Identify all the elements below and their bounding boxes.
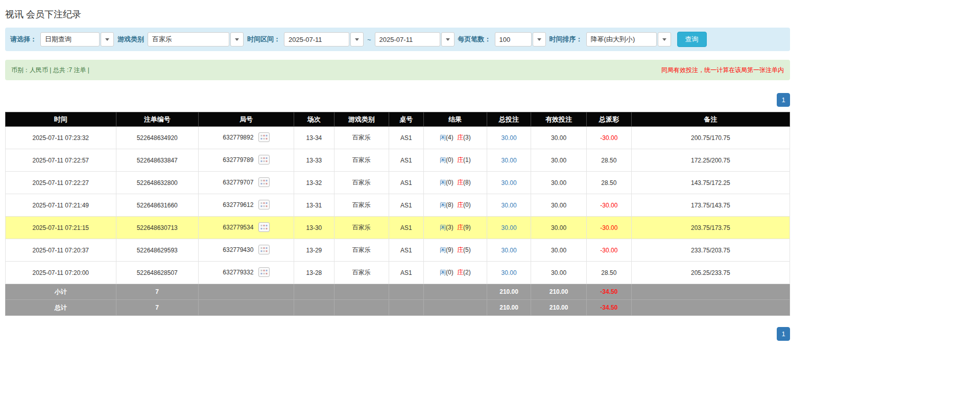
result-player: 闲 [440, 179, 446, 186]
roadmap-icon[interactable] [258, 177, 270, 189]
cell-remark: 200.75/170.75 [631, 127, 790, 149]
total-count: 7 [116, 300, 198, 316]
cell-bet-id: 522648628507 [116, 262, 198, 284]
subtotal-valid-bet: 210.00 [531, 284, 587, 300]
round-id-text: 632779892 [223, 134, 253, 141]
cell-valid-bet: 30.00 [531, 217, 587, 239]
cell-remark: 143.75/172.25 [631, 172, 790, 194]
cell-game-type: 百家乐 [334, 149, 389, 172]
cell-valid-bet: 30.00 [531, 149, 587, 172]
result-player-score: (0) [446, 179, 453, 186]
date-to-combo [375, 32, 455, 46]
cell-time: 2025-07-11 07:23:32 [6, 127, 116, 149]
chevron-down-icon [537, 38, 541, 41]
page-size-dropdown-button[interactable] [533, 32, 546, 46]
date-from-dropdown-button[interactable] [350, 32, 364, 46]
cell-valid-bet: 30.00 [531, 239, 587, 262]
date-from-input[interactable] [284, 32, 349, 46]
result-player: 闲 [440, 224, 446, 231]
cell-payout: -30.00 [587, 127, 632, 149]
cell-total-bet[interactable]: 30.00 [487, 127, 531, 149]
total-valid-bet: 210.00 [531, 300, 587, 316]
game-type-dropdown-button[interactable] [230, 32, 244, 46]
cell-total-bet[interactable]: 30.00 [487, 172, 531, 194]
result-player-score: (4) [446, 134, 453, 141]
result-banker: 庄 [457, 179, 463, 186]
subtotal-label: 小计 [6, 284, 116, 300]
cell-table-no: AS1 [389, 149, 424, 172]
cell-session: 13-31 [294, 194, 334, 217]
cell-time: 2025-07-11 07:20:37 [6, 239, 116, 262]
cell-time: 2025-07-11 07:21:49 [6, 194, 116, 217]
subtotal-payout: -34.50 [587, 284, 632, 300]
cell-total-bet[interactable]: 30.00 [487, 217, 531, 239]
roadmap-icon[interactable] [258, 245, 270, 256]
subtotal-count: 7 [116, 284, 198, 300]
date-to-input[interactable] [375, 32, 440, 46]
cell-game-type: 百家乐 [334, 217, 389, 239]
query-type-dropdown-button[interactable] [101, 32, 114, 46]
game-type-input[interactable] [148, 32, 229, 46]
cell-payout: -30.00 [587, 239, 632, 262]
query-type-input[interactable] [40, 32, 100, 46]
page-title: 视讯 会员下注纪录 [5, 8, 790, 20]
result-banker-score: (2) [463, 269, 471, 276]
round-id-text: 632779332 [223, 269, 253, 276]
pagination-bottom: 1 [5, 327, 790, 341]
table-footer: 小计 7 210.00 210.00 -34.50 总计 7 [6, 284, 790, 316]
search-button[interactable]: 查询 [677, 32, 707, 47]
cell-total-bet[interactable]: 30.00 [487, 149, 531, 172]
cell-game-type: 百家乐 [334, 194, 389, 217]
result-player: 闲 [440, 269, 446, 276]
cell-result: 闲(9) 庄(5) [423, 239, 487, 262]
cell-total-bet[interactable]: 30.00 [487, 194, 531, 217]
cell-remark: 172.25/200.75 [631, 149, 790, 172]
page-button-1[interactable]: 1 [777, 93, 790, 107]
sort-dropdown-button[interactable] [658, 32, 671, 46]
table-row: 2025-07-11 07:23:32 522648634920 6327798… [6, 127, 790, 149]
cell-time: 2025-07-11 07:22:57 [6, 149, 116, 172]
roadmap-icon[interactable] [258, 200, 270, 211]
roadmap-icon[interactable] [258, 132, 270, 144]
cell-session: 13-32 [294, 172, 334, 194]
cell-total-bet[interactable]: 30.00 [487, 262, 531, 284]
filter-bar: 请选择： 游戏类别 时间区间： ~ 每页笔数： 时间排序： [5, 28, 790, 51]
result-banker: 庄 [457, 269, 463, 276]
result-banker-score: (9) [463, 224, 471, 231]
cell-round-id: 632779789 [198, 149, 294, 172]
choose-label: 请选择： [10, 35, 37, 44]
page-size-input[interactable] [495, 32, 532, 46]
header-valid-bet: 有效投注 [531, 112, 587, 127]
cell-payout: 28.50 [587, 149, 632, 172]
sort-input[interactable] [586, 32, 657, 46]
page-button-1[interactable]: 1 [777, 327, 790, 341]
cell-bet-id: 522648632800 [116, 172, 198, 194]
roadmap-icon[interactable] [258, 222, 270, 234]
result-player-score: (0) [446, 156, 453, 164]
cell-session: 13-34 [294, 127, 334, 149]
result-banker: 庄 [457, 246, 463, 253]
total-row: 总计 7 210.00 210.00 -34.50 [6, 300, 790, 316]
header-round-id: 局号 [198, 112, 294, 127]
cell-total-bet[interactable]: 30.00 [487, 239, 531, 262]
cell-result: 闲(3) 庄(9) [423, 217, 487, 239]
game-type-label: 游戏类别 [117, 35, 144, 44]
roadmap-icon[interactable] [258, 155, 270, 166]
cell-session: 13-33 [294, 149, 334, 172]
round-id-text: 632779430 [223, 246, 253, 253]
cell-result: 闲(0) 庄(2) [423, 262, 487, 284]
table-row: 2025-07-11 07:22:27 522648632800 6327797… [6, 172, 790, 194]
round-id-text: 632779612 [223, 201, 253, 208]
cell-game-type: 百家乐 [334, 172, 389, 194]
date-to-dropdown-button[interactable] [441, 32, 455, 46]
cell-table-no: AS1 [389, 217, 424, 239]
cell-bet-id: 522648633847 [116, 149, 198, 172]
date-range-separator: ~ [367, 36, 371, 43]
roadmap-icon[interactable] [258, 267, 270, 278]
table-header: 时间 注单编号 局号 场次 游戏类别 桌号 结果 总投注 有效投注 总派彩 备注 [6, 112, 790, 127]
round-id-text: 632779534 [223, 224, 253, 231]
sort-label: 时间排序： [549, 35, 583, 44]
result-player: 闲 [440, 156, 446, 164]
table-row: 2025-07-11 07:21:15 522648630713 6327795… [6, 217, 790, 239]
cell-round-id: 632779332 [198, 262, 294, 284]
